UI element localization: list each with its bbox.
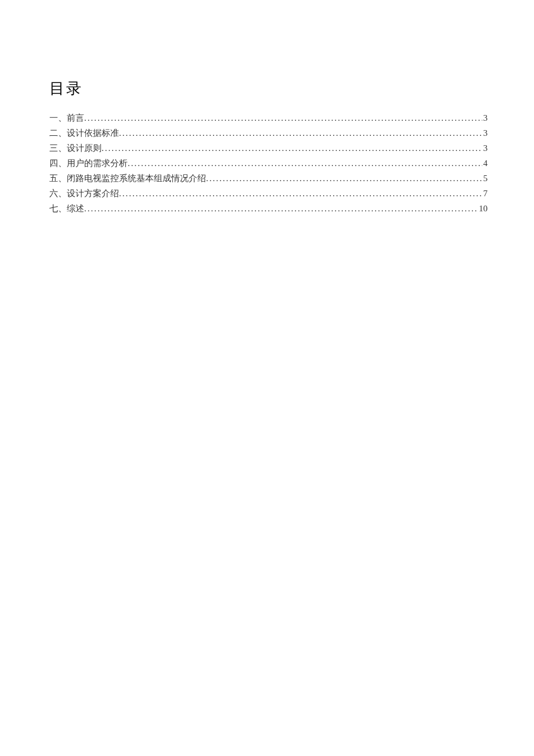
toc-entry-page: 3 [482,141,488,156]
toc-entry-page: 3 [482,125,488,141]
toc-dots [119,186,482,201]
toc-dots [128,156,482,171]
toc-entry-label: 四、用户的需求分析 [49,156,128,171]
toc-entry-label: 五、闭路电视监控系统基本组成情况介绍 [49,171,206,186]
toc-entry-page: 7 [482,186,488,201]
toc-entry-page: 3 [482,110,488,125]
toc-entry-label: 二、设计依据标准 [49,125,119,141]
toc-dots [84,110,482,125]
toc-item: 四、用户的需求分析 4 [49,156,488,171]
toc-dots [206,171,482,186]
toc-item: 一、前言 3 [49,110,488,125]
toc-item: 七、综述 10 [49,201,488,216]
toc-dots [119,125,482,141]
toc-title: 目录 [49,78,488,99]
toc-entry-label: 六、设计方案介绍 [49,186,119,201]
toc-entry-label: 一、前言 [49,110,84,125]
toc-entry-label: 七、综述 [49,201,84,216]
toc-entry-page: 10 [478,201,488,216]
toc-entry-page: 5 [482,171,488,186]
toc-dots [102,141,482,156]
toc-entry-page: 4 [482,156,488,171]
toc-item: 五、闭路电视监控系统基本组成情况介绍 5 [49,171,488,186]
toc-item: 六、设计方案介绍 7 [49,186,488,201]
toc-list: 一、前言 3 二、设计依据标准 3 三、设计原则 3 四、用户的需求分析 4 五… [49,110,488,216]
toc-item: 二、设计依据标准 3 [49,125,488,141]
toc-dots [84,201,478,216]
toc-entry-label: 三、设计原则 [49,141,102,156]
toc-item: 三、设计原则 3 [49,141,488,156]
